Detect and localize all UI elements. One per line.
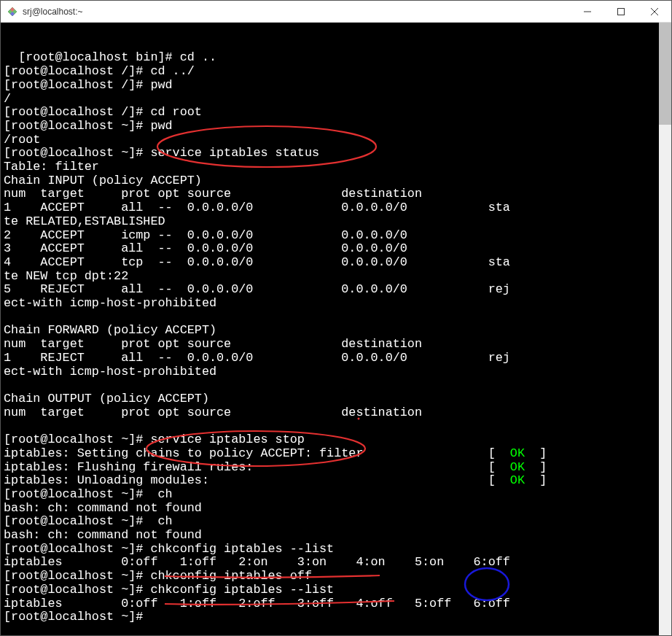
window-controls <box>571 1 671 22</box>
svg-point-9 <box>465 568 509 600</box>
scrollbar-thumb[interactable] <box>659 23 671 125</box>
terminal-text: [root@localhost bin]# cd .. [root@localh… <box>4 50 547 624</box>
terminal-area: [root@localhost bin]# cd .. [root@localh… <box>1 23 671 635</box>
app-diamond-icon <box>7 6 18 18</box>
close-button[interactable] <box>638 1 671 22</box>
terminal-output[interactable]: [root@localhost bin]# cd .. [root@localh… <box>1 23 659 635</box>
minimize-button[interactable] <box>571 1 604 22</box>
maximize-button[interactable] <box>604 1 638 22</box>
svg-rect-4 <box>618 8 625 15</box>
window-title: srj@localhost:~ <box>23 7 571 17</box>
window-titlebar: srj@localhost:~ <box>1 1 671 23</box>
vertical-scrollbar[interactable] <box>659 23 671 635</box>
